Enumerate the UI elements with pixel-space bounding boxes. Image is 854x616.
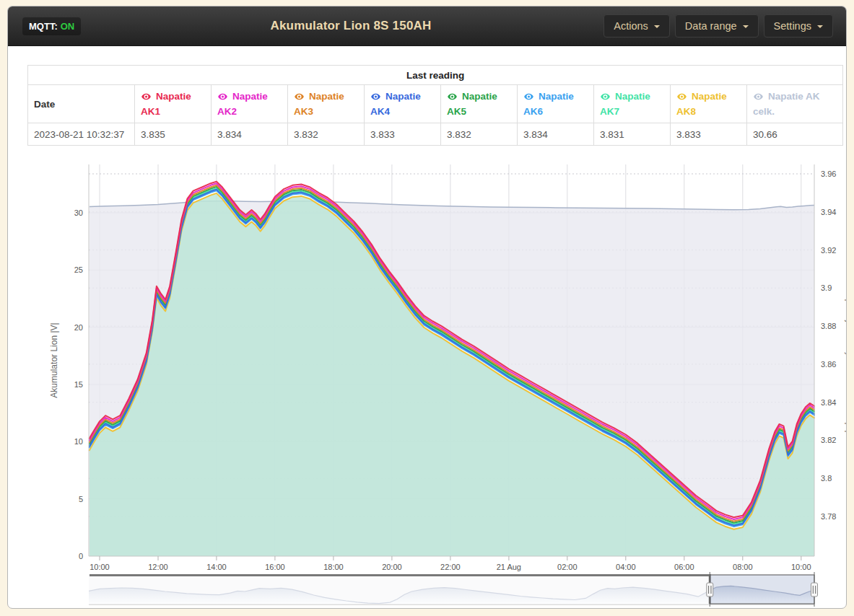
navbar-menu-group: Actions Data range Settings — [604, 14, 833, 38]
axis-label: 04:00 — [616, 563, 636, 571]
eye-icon — [600, 92, 611, 102]
axis-label: 16:00 — [265, 563, 285, 571]
reading-value-AK6: 3.834 — [518, 123, 594, 146]
mqtt-status-value: ON — [61, 21, 75, 32]
reading-value-AK4: 3.833 — [365, 123, 441, 146]
series-label-2: AK7 — [600, 104, 664, 119]
axis-label: 5 — [79, 495, 83, 503]
reading-value-AK1: 3.835 — [135, 123, 212, 146]
axis-label: 14:00 — [206, 563, 227, 571]
settings-menu-label: Settings — [774, 20, 811, 32]
axis-label: 10:00 — [791, 563, 811, 571]
series-label-2: celk. — [753, 104, 837, 119]
eye-icon — [217, 92, 228, 102]
reading-value-AK3: 3.832 — [288, 123, 365, 146]
axis-label: 30 — [74, 208, 83, 217]
series-label-2: AK4 — [370, 104, 435, 119]
series-label-2: AK3 — [294, 104, 358, 119]
series-label: Napatie — [309, 89, 344, 104]
series-toggle-AK2[interactable]: Napatie AK2 — [212, 85, 288, 123]
chevron-down-icon — [743, 25, 749, 28]
left-axis-title: Akumulator Lion |V| — [49, 322, 59, 397]
date-column-header: Date — [28, 85, 135, 123]
series-label: Napatie — [156, 89, 191, 104]
eye-icon — [370, 92, 381, 102]
actions-menu-label: Actions — [614, 20, 648, 32]
axis-label: 3.78 — [821, 512, 836, 521]
reading-value-AK5: 3.832 — [441, 123, 518, 146]
series-toggle-AK8[interactable]: Napatie AK8 — [671, 85, 747, 123]
axis-label: 3.92 — [821, 246, 836, 255]
right-axis-title: Napätie jednotlivých akumulátorov |V| — [845, 288, 847, 432]
series-label: Napatie — [232, 89, 268, 104]
reading-value-AK8: 3.833 — [671, 123, 747, 146]
page-title: Akumulator Lion 8S 150AH — [8, 19, 694, 33]
series-toggle-AK4[interactable]: Napatie AK4 — [365, 85, 441, 123]
actions-menu-button[interactable]: Actions — [604, 14, 670, 38]
axis-label: 10:00 — [90, 563, 110, 571]
last-reading-table: Last reading Date Napatie AK1 Napatie AK… — [27, 65, 843, 146]
eye-icon — [523, 92, 534, 102]
mqtt-label: MQTT: — [29, 21, 58, 32]
settings-menu-button[interactable]: Settings — [764, 14, 833, 38]
series-toggle-AK3[interactable]: Napatie AK3 — [288, 85, 365, 123]
axis-label: 3.9 — [821, 283, 832, 292]
series-label: Napatie — [615, 89, 650, 104]
series-label: Napatie — [539, 89, 574, 104]
voltage-chart-svg[interactable]: 10:0012:0014:0016:0018:0020:0022:0021 Au… — [47, 152, 847, 609]
navbar: MQTT: ON Akumulator Lion 8S 150AH Action… — [8, 6, 846, 46]
navigator-masked-range[interactable] — [89, 574, 710, 604]
axis-label: 21 Aug — [497, 563, 521, 571]
axis-label: 0 — [79, 552, 83, 560]
axis-label: 3.84 — [821, 398, 836, 407]
series-label-2: AK8 — [676, 104, 741, 119]
axis-label: 3.82 — [821, 436, 836, 444]
series-toggle-AK6[interactable]: Napatie AK6 — [518, 85, 594, 123]
eye-icon — [676, 92, 687, 102]
axis-label: 20:00 — [382, 563, 402, 571]
series-label-2: AK5 — [447, 104, 511, 119]
axis-label: 06:00 — [674, 563, 694, 571]
series-toggle-AK1[interactable]: Napatie AK1 — [135, 85, 212, 123]
table-title: Last reading — [28, 66, 843, 85]
main-panel: MQTT: ON Akumulator Lion 8S 150AH Action… — [7, 6, 847, 609]
data-range-menu-button[interactable]: Data range — [675, 14, 759, 38]
eye-icon — [294, 92, 305, 102]
axis-label: 3.94 — [821, 208, 836, 216]
axis-label: 08:00 — [733, 563, 753, 571]
series-label-2: AK2 — [217, 104, 282, 119]
axis-label: 02:00 — [557, 563, 578, 571]
series-toggle-AK5[interactable]: Napatie AK5 — [441, 85, 518, 123]
series-label-2: AK1 — [141, 104, 205, 119]
eye-icon — [447, 92, 458, 102]
axis-label: 22:00 — [440, 563, 461, 571]
chevron-down-icon — [817, 25, 823, 28]
series-label: Napatie — [692, 89, 727, 104]
series-label-2: AK6 — [523, 104, 588, 119]
series-label: Napatie — [385, 89, 421, 104]
mqtt-status-badge: MQTT: ON — [22, 17, 81, 35]
voltage-chart[interactable]: 10:0012:0014:0016:0018:0020:0022:0021 Au… — [47, 152, 847, 609]
axis-label: 20 — [74, 323, 83, 332]
series-toggle-AK7[interactable]: Napatie AK7 — [594, 85, 671, 123]
axis-label: 3.8 — [821, 474, 832, 483]
axis-label: 12:00 — [148, 563, 168, 571]
axis-label: 18:00 — [323, 563, 344, 571]
eye-icon — [141, 92, 152, 102]
eye-icon — [753, 92, 764, 102]
series-label: Napatie — [462, 89, 497, 104]
navigator-selected-range[interactable] — [710, 575, 814, 604]
reading-value-celk: 30.66 — [747, 123, 843, 146]
chevron-down-icon — [654, 25, 660, 28]
reading-value-AK2: 3.834 — [212, 123, 288, 146]
axis-label: 3.86 — [821, 360, 836, 369]
axis-label: 3.96 — [821, 170, 836, 178]
content-area: Last reading Date Napatie AK1 Napatie AK… — [8, 46, 846, 609]
date-value-cell: 2023-08-21 10:32:37 — [28, 123, 135, 146]
series-toggle-celk[interactable]: Napatie AK celk. — [747, 85, 843, 123]
series-label: Napatie AK — [768, 89, 820, 104]
axis-label: 15 — [74, 380, 83, 389]
reading-value-AK7: 3.831 — [594, 123, 671, 146]
axis-label: 25 — [74, 265, 83, 274]
axis-label: 10 — [74, 437, 83, 446]
